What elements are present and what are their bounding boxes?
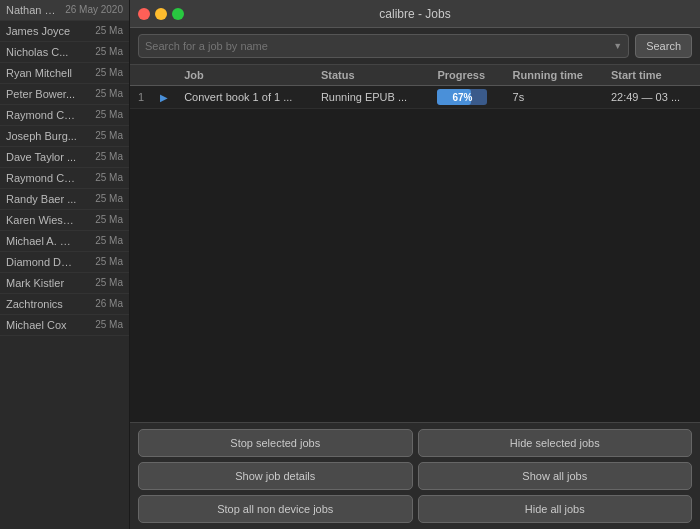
sidebar-item-name: Michael Cox bbox=[6, 319, 67, 331]
sidebar-item-date: 26 Ma bbox=[95, 298, 123, 310]
sidebar-item-date: 25 Ma bbox=[95, 193, 123, 205]
search-input[interactable] bbox=[145, 40, 613, 52]
show-all-jobs-button[interactable]: Show all jobs bbox=[418, 462, 693, 490]
row-number: 1 bbox=[130, 86, 152, 109]
sidebar-item[interactable]: Ryan Mitchell 25 Ma bbox=[0, 63, 129, 84]
search-button[interactable]: Search bbox=[635, 34, 692, 58]
hide-selected-jobs-button[interactable]: Hide selected jobs bbox=[418, 429, 693, 457]
sidebar-item-name: Ryan Mitchell bbox=[6, 67, 72, 79]
sidebar-item[interactable]: Michael A. St... 25 Ma bbox=[0, 231, 129, 252]
sidebar-item[interactable]: Michael Cox 25 Ma bbox=[0, 315, 129, 336]
sidebar-item-name: Michael A. St... bbox=[6, 235, 78, 247]
sidebar-item-date: 25 Ma bbox=[95, 46, 123, 58]
sidebar-item-name: Mark Kistler bbox=[6, 277, 64, 289]
sidebar-item-name: Dave Taylor ... bbox=[6, 151, 76, 163]
stop-selected-jobs-button[interactable]: Stop selected jobs bbox=[138, 429, 413, 457]
job-name: Convert book 1 of 1 ... bbox=[176, 86, 313, 109]
sidebar-item-name: Nathan Willia... bbox=[6, 4, 65, 16]
job-start-time: 22:49 — 03 ... bbox=[603, 86, 700, 109]
sidebar-item[interactable]: Randy Baer ... 25 Ma bbox=[0, 189, 129, 210]
sidebar-item-date: 25 Ma bbox=[95, 67, 123, 79]
jobs-table-wrap: Job Status Progress Running time Start t… bbox=[130, 65, 700, 422]
sidebar-item-date: 25 Ma bbox=[95, 151, 123, 163]
col-arrow bbox=[152, 65, 176, 86]
sidebar-item-date: 25 Ma bbox=[95, 88, 123, 100]
col-status[interactable]: Status bbox=[313, 65, 430, 86]
show-job-details-button[interactable]: Show job details bbox=[138, 462, 413, 490]
main-panel: calibre - Jobs ▼ Search Job Status Progr… bbox=[130, 0, 700, 529]
sidebar-item-name: Zachtronics bbox=[6, 298, 63, 310]
job-status: Running EPUB ... bbox=[313, 86, 430, 109]
col-progress[interactable]: Progress bbox=[429, 65, 504, 86]
sidebar-item[interactable]: Mark Kistler 25 Ma bbox=[0, 273, 129, 294]
minimize-button[interactable] bbox=[155, 8, 167, 20]
sidebar-item-date: 25 Ma bbox=[95, 256, 123, 268]
close-button[interactable] bbox=[138, 8, 150, 20]
job-running-time: 7s bbox=[505, 86, 603, 109]
sidebar-item-date: 25 Ma bbox=[95, 25, 123, 37]
sidebar-item-name: Karen Wiesner bbox=[6, 214, 78, 226]
jobs-table: Job Status Progress Running time Start t… bbox=[130, 65, 700, 109]
hide-all-jobs-button[interactable]: Hide all jobs bbox=[418, 495, 693, 523]
maximize-button[interactable] bbox=[172, 8, 184, 20]
button-area: Stop selected jobs Hide selected jobs Sh… bbox=[130, 422, 700, 529]
sidebar-item[interactable]: Dave Taylor ... 25 Ma bbox=[0, 147, 129, 168]
sidebar-item-date: 25 Ma bbox=[95, 172, 123, 184]
sidebar-item[interactable]: Joseph Burg... 25 Ma bbox=[0, 126, 129, 147]
sidebar-item-date: 25 Ma bbox=[95, 214, 123, 226]
sidebar-item[interactable]: Diamond Dall... 25 Ma bbox=[0, 252, 129, 273]
job-progress: 67% bbox=[429, 86, 504, 109]
chevron-down-icon: ▼ bbox=[613, 41, 622, 51]
sidebar-item-name: Randy Baer ... bbox=[6, 193, 76, 205]
sidebar-item-date: 26 May 2020 bbox=[65, 4, 123, 16]
sidebar-item-date: 25 Ma bbox=[95, 277, 123, 289]
traffic-lights bbox=[138, 8, 184, 20]
sidebar-item[interactable]: James Joyce 25 Ma bbox=[0, 21, 129, 42]
col-num bbox=[130, 65, 152, 86]
titlebar: calibre - Jobs bbox=[130, 0, 700, 28]
search-bar: ▼ Search bbox=[130, 28, 700, 65]
sidebar-item-name: Joseph Burg... bbox=[6, 130, 77, 142]
sidebar-item[interactable]: Raymond Ca... 25 Ma bbox=[0, 168, 129, 189]
sidebar-item-name: Diamond Dall... bbox=[6, 256, 78, 268]
col-running-time[interactable]: Running time bbox=[505, 65, 603, 86]
sidebar-item-name: Peter Bower... bbox=[6, 88, 75, 100]
sidebar-item[interactable]: Nathan Willia... 26 May 2020 bbox=[0, 0, 129, 21]
sidebar-item-date: 25 Ma bbox=[95, 319, 123, 331]
sidebar-item[interactable]: Nicholas C... 25 Ma bbox=[0, 42, 129, 63]
col-job[interactable]: Job bbox=[176, 65, 313, 86]
sidebar-item-name: James Joyce bbox=[6, 25, 70, 37]
sidebar-item[interactable]: Raymond Ca... 25 Ma bbox=[0, 105, 129, 126]
row-arrow: ▶ bbox=[152, 86, 176, 109]
search-input-wrap[interactable]: ▼ bbox=[138, 34, 629, 58]
col-start-time[interactable]: Start time bbox=[603, 65, 700, 86]
sidebar-item-date: 25 Ma bbox=[95, 235, 123, 247]
sidebar-item[interactable]: Karen Wiesner 25 Ma bbox=[0, 210, 129, 231]
window-title: calibre - Jobs bbox=[379, 7, 450, 21]
sidebar-item-date: 25 Ma bbox=[95, 109, 123, 121]
sidebar-item[interactable]: Zachtronics 26 Ma bbox=[0, 294, 129, 315]
sidebar-item-name: Raymond Ca... bbox=[6, 109, 78, 121]
sidebar-item-name: Raymond Ca... bbox=[6, 172, 78, 184]
table-row[interactable]: 1 ▶ Convert book 1 of 1 ... Running EPUB… bbox=[130, 86, 700, 109]
sidebar-item-name: Nicholas C... bbox=[6, 46, 68, 58]
sidebar-item[interactable]: Peter Bower... 25 Ma bbox=[0, 84, 129, 105]
sidebar: Nathan Willia... 26 May 2020 James Joyce… bbox=[0, 0, 130, 529]
sidebar-item-date: 25 Ma bbox=[95, 130, 123, 142]
stop-all-non-device-button[interactable]: Stop all non device jobs bbox=[138, 495, 413, 523]
